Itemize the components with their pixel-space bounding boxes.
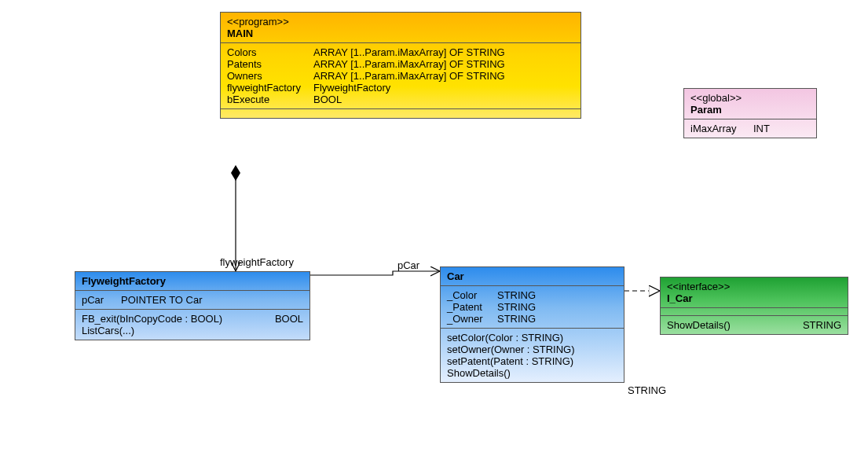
- class-name: FlyweightFactory: [82, 275, 303, 287]
- class-header: <<interface>> I_Car: [661, 277, 848, 307]
- class-header: FlyweightFactory: [75, 272, 309, 290]
- stereotype: <<program>>: [227, 16, 574, 28]
- attr-name: Owners: [227, 70, 313, 82]
- op-sig: setPatent(Patent : STRING): [447, 355, 573, 367]
- return-type-overflow: STRING: [628, 384, 666, 396]
- attr-row: ColorsARRAY [1..Param.iMaxArray] OF STRI…: [227, 46, 574, 58]
- operations: [221, 108, 580, 118]
- attr-type: ARRAY [1..Param.iMaxArray] OF STRING: [313, 58, 574, 70]
- op-row: ShowDetails()STRING: [667, 319, 841, 331]
- attr-row: PatentsARRAY [1..Param.iMaxArray] OF STR…: [227, 58, 574, 70]
- op-ret: BOOL: [275, 313, 303, 325]
- attr-type: BOOL: [313, 94, 574, 105]
- op-row: FB_exit(bInCopyCode : BOOL)BOOL: [82, 313, 303, 325]
- attributes: ColorsARRAY [1..Param.iMaxArray] OF STRI…: [221, 42, 580, 108]
- attr-type: ARRAY [1..Param.iMaxArray] OF STRING: [313, 46, 574, 58]
- attr-row: _OwnerSTRING: [447, 313, 617, 325]
- class-param: <<global>> Param iMaxArrayINT: [683, 88, 817, 138]
- op-sig: ListCars(...): [82, 325, 134, 336]
- attr-type: STRING: [497, 301, 536, 313]
- assoc-label-flyweightfactory: flyweightFactory: [220, 256, 294, 268]
- stereotype: <<interface>>: [667, 281, 841, 292]
- attr-row: pCarPOINTER TO Car: [82, 294, 303, 306]
- attr-row: _PatentSTRING: [447, 301, 617, 313]
- op-sig: ShowDetails(): [447, 367, 511, 379]
- op-row: setOwner(Owner : STRING): [447, 344, 617, 355]
- attr-type: INT: [753, 123, 770, 134]
- class-icar: <<interface>> I_Car ShowDetails()STRING: [660, 277, 848, 335]
- attr-name: bExecute: [227, 94, 313, 105]
- attributes: _ColorSTRING _PatentSTRING _OwnerSTRING: [441, 285, 624, 328]
- class-main: <<program>> MAIN ColorsARRAY [1..Param.i…: [220, 12, 581, 119]
- operations: ShowDetails()STRING: [661, 315, 848, 334]
- op-row: ListCars(...): [82, 325, 303, 336]
- attr-name: iMaxArray: [690, 123, 753, 134]
- class-car: Car _ColorSTRING _PatentSTRING _OwnerSTR…: [440, 266, 624, 383]
- attr-type: FlyweightFactory: [313, 82, 574, 94]
- svg-marker-1: [231, 165, 240, 181]
- attr-name: _Owner: [447, 313, 497, 325]
- assoc-label-pcar: pCar: [397, 259, 419, 271]
- attr-type: POINTER TO Car: [121, 294, 203, 306]
- op-sig: setOwner(Owner : STRING): [447, 344, 575, 355]
- attr-row: flyweightFactoryFlyweightFactory: [227, 82, 574, 94]
- op-sig: setColor(Color : STRING): [447, 332, 563, 344]
- attr-name: _Color: [447, 289, 497, 301]
- op-row: setPatent(Patent : STRING): [447, 355, 617, 367]
- class-name: MAIN: [227, 28, 574, 39]
- attr-name: Colors: [227, 46, 313, 58]
- class-header: <<program>> MAIN: [221, 13, 580, 42]
- class-name: I_Car: [667, 292, 841, 304]
- attr-name: flyweightFactory: [227, 82, 313, 94]
- op-ret: STRING: [803, 319, 841, 331]
- attr-name: Patents: [227, 58, 313, 70]
- op-row: ShowDetails(): [447, 367, 617, 379]
- class-header: <<global>> Param: [684, 89, 816, 119]
- attr-name: pCar: [82, 294, 121, 306]
- attributes: iMaxArrayINT: [684, 119, 816, 138]
- attr-type: ARRAY [1..Param.iMaxArray] OF STRING: [313, 70, 574, 82]
- attr-name: _Patent: [447, 301, 497, 313]
- op-sig: FB_exit(bInCopyCode : BOOL): [82, 313, 222, 325]
- attributes: [661, 307, 848, 315]
- operations: FB_exit(bInCopyCode : BOOL)BOOL ListCars…: [75, 309, 309, 340]
- attributes: pCarPOINTER TO Car: [75, 290, 309, 309]
- class-flyweightfactory: FlyweightFactory pCarPOINTER TO Car FB_e…: [75, 271, 310, 340]
- stereotype: <<global>>: [690, 92, 810, 104]
- attr-row: bExecuteBOOL: [227, 94, 574, 105]
- attr-row: _ColorSTRING: [447, 289, 617, 301]
- operations: setColor(Color : STRING) setOwner(Owner …: [441, 328, 624, 382]
- attr-type: STRING: [497, 289, 536, 301]
- class-name: Param: [690, 104, 810, 116]
- op-row: setColor(Color : STRING): [447, 332, 617, 344]
- class-header: Car: [441, 267, 624, 285]
- attr-row: OwnersARRAY [1..Param.iMaxArray] OF STRI…: [227, 70, 574, 82]
- class-name: Car: [447, 270, 617, 282]
- attr-row: iMaxArrayINT: [690, 123, 810, 134]
- attr-type: STRING: [497, 313, 536, 325]
- op-sig: ShowDetails(): [667, 319, 731, 331]
